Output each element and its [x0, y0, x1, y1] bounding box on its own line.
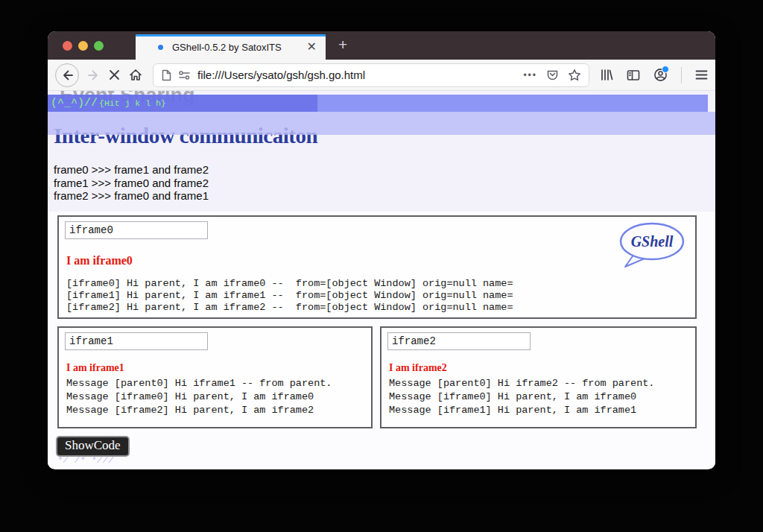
iframe0-panel: I am iframe0 [iframe0] Hi parent, I am i…: [57, 215, 697, 319]
forward-arrow-icon: [88, 69, 100, 81]
console-strip[interactable]: (^_^)// {Hit j k l h}: [48, 95, 317, 112]
minimize-window-button[interactable]: [78, 41, 88, 51]
iframe2-panel: I am iframe2 Message [parent0] Hi iframe…: [380, 326, 697, 428]
browser-window: GShell-0.5.2 by SatoxITS ✕ + file:///: [48, 31, 715, 469]
pocket-icon[interactable]: [546, 69, 559, 81]
log-line: [iframe2] Hi parent, I am iframe2 -- fro…: [66, 302, 513, 314]
iframe2-message-log: Message [parent0] Hi iframe2 -- from par…: [389, 377, 654, 417]
stop-button[interactable]: [109, 69, 120, 80]
screenshot-background: GShell-0.5.2 by SatoxITS ✕ + file:///: [0, 0, 763, 532]
new-tab-button[interactable]: +: [334, 36, 352, 54]
back-button[interactable]: [55, 63, 79, 87]
stop-x-icon: [109, 69, 120, 80]
sidebar-icon[interactable]: [627, 69, 640, 81]
account-button[interactable]: [653, 68, 668, 82]
log-line: Message [iframe1] Hi parent, I am iframe…: [389, 404, 654, 417]
permissions-icon[interactable]: [178, 69, 191, 81]
menu-hamburger-icon[interactable]: [695, 69, 708, 80]
tab-container-dot-icon: [158, 45, 163, 50]
page-icon: [161, 69, 172, 81]
iframe0-label: I am iframe0: [66, 254, 133, 267]
console-hint-text: {Hit j k l h}: [99, 98, 166, 108]
frame-routing-line: frame2 >>> frame0 and frame1: [54, 189, 209, 203]
library-icon[interactable]: [600, 69, 613, 81]
home-icon: [129, 69, 142, 81]
home-button[interactable]: [129, 69, 142, 81]
back-arrow-icon: [61, 69, 73, 81]
gshell-logo: GShell: [616, 221, 685, 270]
iframe1-message-log: Message [parent0] Hi iframe1 -- from par…: [66, 377, 332, 417]
titlebar: GShell-0.5.2 by SatoxITS ✕ +: [48, 31, 715, 60]
iframe2-label: I am iframe2: [389, 362, 447, 374]
log-line: [iframe1] Hi parent, I am iframe1 -- fro…: [66, 290, 513, 302]
forward-button[interactable]: [88, 69, 100, 81]
zoom-window-button[interactable]: [94, 41, 104, 51]
tab-gshell[interactable]: GShell-0.5.2 by SatoxITS ✕: [136, 34, 326, 60]
log-line: Message [iframe2] Hi parent, I am iframe…: [66, 404, 332, 417]
page-content: Event Sharing (^_^)// {Hit j k l h} Inte…: [48, 91, 715, 469]
iframe0-message-log: [iframe0] Hi parent, I am iframe0 -- fro…: [66, 278, 513, 314]
tab-title: GShell-0.5.2 by SatoxITS: [172, 42, 307, 53]
log-line: [iframe0] Hi parent, I am iframe0 -- fro…: [66, 278, 513, 290]
gshell-logo-text: GShell: [631, 233, 674, 250]
bookmark-star-icon[interactable]: [568, 69, 581, 81]
iframe1-panel: I am iframe1 Message [parent0] Hi iframe…: [57, 326, 373, 428]
url-text[interactable]: file:///Users/ysato/gsh/gsh.go.html: [197, 69, 523, 81]
frame-routing-line: frame0 >>> frame1 and frame2: [54, 163, 209, 177]
tab-close-icon[interactable]: ✕: [307, 41, 317, 53]
toolbar-right-group: [600, 67, 708, 83]
log-line: Message [iframe0] Hi parent, I am iframe…: [66, 390, 332, 404]
iframe1-label: I am iframe1: [66, 362, 124, 374]
frame-routing-list: frame0 >>> frame1 and frame2 frame1 >>> …: [54, 163, 209, 203]
log-line: Message [parent0] Hi iframe2 -- from par…: [389, 377, 654, 390]
active-tab-stripe: [136, 34, 326, 37]
navigation-toolbar: file:///Users/ysato/gsh/gsh.go.html •••: [48, 60, 715, 91]
frame-routing-line: frame1 >>> frame0 and frame2: [54, 177, 209, 190]
account-badge: [662, 66, 669, 73]
log-line: Message [parent0] Hi iframe1 -- from par…: [66, 377, 332, 390]
purple-band-top: (^_^)// {Hit j k l h}: [48, 95, 708, 112]
iframe1-name-input[interactable]: [65, 332, 208, 350]
page-actions-icon[interactable]: •••: [523, 70, 537, 80]
faint-footer-text: */ /* *///: [57, 456, 114, 465]
toolbar-separator: [681, 67, 682, 83]
log-line: Message [iframe0] Hi parent, I am iframe…: [389, 390, 654, 404]
close-window-button[interactable]: [63, 41, 72, 51]
console-face-text: (^_^)//: [51, 97, 98, 110]
iframe2-name-input[interactable]: [387, 332, 531, 350]
show-code-button[interactable]: ShowCode: [56, 436, 130, 457]
iframe0-name-input[interactable]: [65, 221, 208, 239]
url-bar[interactable]: file:///Users/ysato/gsh/gsh.go.html •••: [153, 63, 589, 87]
purple-band-bottom: [48, 112, 715, 135]
traffic-lights: [63, 41, 104, 51]
